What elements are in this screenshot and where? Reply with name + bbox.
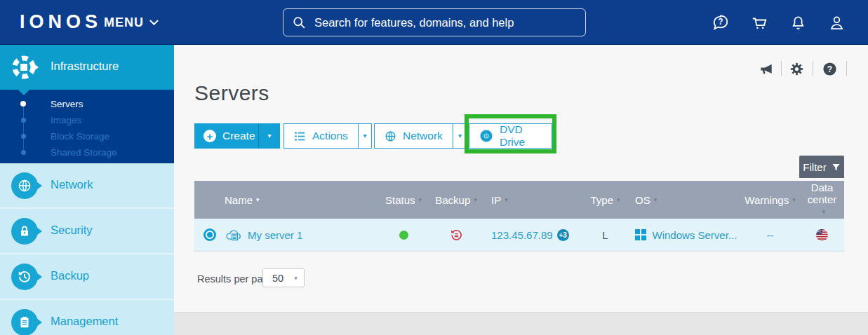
caret-down-icon: ▾ (458, 132, 462, 139)
divider (781, 61, 782, 76)
warnings-cell: -- (740, 219, 800, 251)
column-header-name[interactable]: Name▾ (225, 181, 379, 219)
funnel-icon (832, 163, 841, 172)
ip-count-badge[interactable]: +3 (557, 229, 569, 241)
sidebar-item-infrastructure[interactable]: Infrastructure (0, 45, 174, 90)
divider (813, 61, 813, 76)
infrastructure-submenu: Servers Images Block Storage Shared Stor… (0, 90, 174, 163)
column-header-warnings[interactable]: Warnings▾ (740, 181, 800, 219)
sidebar-item-management[interactable]: Management (0, 300, 174, 335)
search-input[interactable] (314, 16, 577, 29)
backup-clock-icon (11, 264, 38, 290)
global-search[interactable] (283, 8, 586, 36)
notifications-icon[interactable] (789, 13, 807, 32)
filter-button[interactable]: Filter (799, 156, 844, 178)
us-flag-icon (816, 229, 828, 241)
sidebar: Infrastructure Servers Images Block Stor… (0, 45, 174, 335)
sort-caret-icon: ▾ (256, 194, 260, 206)
plus-icon: + (203, 130, 216, 142)
sidebar-item-security[interactable]: Security (0, 209, 174, 254)
status-online-dot (399, 231, 408, 240)
sort-caret-icon: ▾ (617, 194, 620, 206)
sidebar-item-block-storage[interactable]: Block Storage (0, 128, 174, 144)
menu-label: MENU (104, 15, 144, 30)
caret-down-icon: ▾ (267, 132, 271, 139)
sidebar-item-network[interactable]: Network (0, 163, 174, 209)
os-cell: Windows Server... (628, 219, 740, 251)
bullet-icon (21, 118, 26, 123)
backup-icon (450, 228, 463, 242)
column-header-status[interactable]: Status▾ (379, 181, 428, 219)
sidebar-item-backup[interactable]: Backup (0, 254, 174, 300)
svg-text:?: ? (718, 17, 723, 27)
navbar-icons: ? (712, 0, 846, 45)
sub-item-label: Shared Storage (51, 147, 117, 158)
sidebar-item-servers[interactable]: Servers (0, 96, 174, 112)
globe-icon (385, 130, 396, 142)
help-icon[interactable]: ? (821, 60, 838, 77)
create-button[interactable]: + Create (194, 123, 258, 149)
column-header-os[interactable]: OS▾ (628, 181, 740, 219)
sidebar-item-images[interactable]: Images (0, 112, 174, 128)
actions-button[interactable]: Actions (284, 124, 358, 148)
actions-button-group: Actions ▾ (283, 123, 372, 149)
table-row[interactable]: My server 1 123.45.67.89 +3 L Win (194, 219, 844, 252)
sidebar-item-label: Infrastructure (51, 60, 119, 73)
filter-label: Filter (803, 161, 826, 173)
footer-strip (174, 312, 868, 335)
name-cell: My server 1 (225, 219, 379, 251)
clipboard-icon (11, 309, 38, 335)
status-cell (379, 219, 428, 251)
create-dropdown-button[interactable]: ▾ (258, 123, 280, 149)
gear-icon[interactable] (788, 60, 805, 77)
ip-cell: 123.45.67.89 +3 (484, 219, 582, 251)
server-name-link[interactable]: My server 1 (248, 229, 302, 241)
ip-address[interactable]: 123.45.67.89 (491, 229, 553, 241)
sidebar-item-label: Security (51, 224, 93, 237)
caret-down-icon: ▾ (363, 132, 366, 139)
radio-selected[interactable] (203, 228, 216, 241)
servers-table: Name▾ Status▾ Backup▾ IP▾ Type▾ OS▾ Warn… (194, 181, 844, 252)
caret-down-icon: ▾ (294, 275, 298, 282)
results-per-page-select[interactable]: 50 ▾ (262, 268, 305, 287)
sub-item-label: Images (51, 115, 81, 125)
column-header-type[interactable]: Type▾ (582, 181, 628, 219)
sidebar-item-label: Backup (51, 269, 89, 282)
sort-caret-icon: ▾ (822, 206, 826, 218)
network-dropdown-button[interactable]: ▾ (453, 124, 467, 148)
help-chat-icon[interactable]: ? (712, 13, 730, 32)
actions-dropdown-button[interactable]: ▾ (358, 124, 371, 148)
sub-item-label: Block Storage (51, 131, 109, 142)
actions-label: Actions (312, 130, 348, 142)
cart-icon[interactable] (750, 13, 768, 32)
data-center-cell (800, 219, 844, 251)
lock-icon (11, 218, 38, 245)
bullet-icon (20, 101, 26, 107)
column-header-data-center[interactable]: Data center▾ (800, 181, 844, 219)
dvd-disc-icon (480, 130, 493, 142)
column-header-ip[interactable]: IP▾ (484, 181, 582, 219)
ionos-cloud-panel: IONOS MENU ? (0, 0, 868, 335)
chevron-down-icon (149, 16, 159, 25)
sidebar-item-label: Management (51, 315, 118, 328)
windows-logo-icon (635, 229, 646, 240)
globe-icon (11, 172, 38, 199)
sub-item-label: Servers (51, 99, 84, 109)
bullet-icon (21, 150, 26, 155)
top-navbar: IONOS MENU ? (0, 0, 868, 45)
divider (846, 61, 847, 76)
main-content: ? Servers + Create ▾ Actions ▾ (174, 45, 868, 335)
sidebar-item-label: Network (51, 178, 93, 191)
row-select-cell (194, 219, 225, 251)
sort-caret-icon: ▾ (419, 194, 422, 206)
dvd-drive-button[interactable]: DVD Drive (469, 123, 552, 149)
network-label: Network (403, 130, 443, 142)
account-icon[interactable] (827, 13, 846, 32)
menu-button[interactable]: MENU (104, 0, 157, 45)
megaphone-icon[interactable] (758, 60, 775, 77)
column-header-backup[interactable]: Backup▾ (428, 181, 484, 219)
search-icon (292, 15, 307, 30)
network-button[interactable]: Network (375, 124, 453, 148)
sort-caret-icon: ▾ (654, 194, 657, 206)
sidebar-item-shared-storage[interactable]: Shared Storage (0, 144, 174, 160)
